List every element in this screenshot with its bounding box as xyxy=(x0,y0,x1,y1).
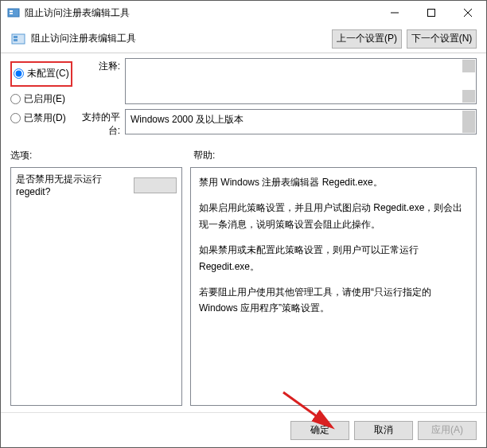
scroll-down-icon[interactable] xyxy=(462,90,475,103)
maximize-icon xyxy=(427,9,435,17)
maximize-button[interactable] xyxy=(413,1,450,25)
comment-label: 注释: xyxy=(80,58,125,104)
platform-row: 支持的平台: Windows 2000 及以上版本 xyxy=(80,109,477,138)
svg-rect-4 xyxy=(428,10,435,17)
svg-rect-8 xyxy=(14,36,18,38)
policy-icon xyxy=(10,31,26,47)
svg-rect-2 xyxy=(10,13,13,14)
help-panel: 禁用 Windows 注册表编辑器 Regedit.exe。 如果启用此策略设置… xyxy=(190,167,477,406)
window-controls xyxy=(376,1,486,25)
comment-input[interactable] xyxy=(125,58,477,104)
scroll-up-icon[interactable] xyxy=(462,60,475,72)
option-row: 是否禁用无提示运行 regedit? xyxy=(16,173,177,197)
highlight-not-configured: 未配置(C) xyxy=(10,61,72,87)
config-area: 未配置(C) 已启用(E) 已禁用(D) 注释: xyxy=(1,53,486,146)
platform-value: Windows 2000 及以上版本 xyxy=(131,113,243,127)
policy-title: 阻止访问注册表编辑工具 xyxy=(31,32,332,45)
subheader: 阻止访问注册表编辑工具 上一个设置(P) 下一个设置(N) xyxy=(1,25,486,53)
help-paragraph: 禁用 Windows 注册表编辑器 Regedit.exe。 xyxy=(199,174,468,190)
minimize-button[interactable] xyxy=(376,1,413,25)
app-icon xyxy=(7,6,20,19)
options-panel: 是否禁用无提示运行 regedit? xyxy=(10,167,182,406)
radio-not-configured-input[interactable] xyxy=(14,68,24,79)
help-paragraph: 若要阻止用户使用其他管理工具，请使用“只运行指定的 Windows 应用程序”策… xyxy=(199,284,468,317)
minimize-icon xyxy=(391,9,399,17)
close-icon xyxy=(464,9,472,17)
help-header: 帮助: xyxy=(185,149,477,162)
ok-button[interactable]: 确定 xyxy=(290,421,349,440)
policy-editor-window: 阻止访问注册表编辑工具 阻止访问注册表编辑工具 上一个设置(P) 下一个设置(N… xyxy=(0,0,487,448)
help-paragraph: 如果启用此策略设置，并且用户试图启动 Regedit.exe，则会出现一条消息，… xyxy=(199,200,468,232)
option-prompt-label: 是否禁用无提示运行 regedit? xyxy=(16,173,131,197)
next-setting-button[interactable]: 下一个设置(N) xyxy=(407,29,477,49)
fields-column: 注释: 支持的平台: Windows 2000 及以上版本 xyxy=(80,58,477,142)
radio-enabled-label: 已启用(E) xyxy=(24,92,65,106)
apply-button[interactable]: 应用(A) xyxy=(418,421,477,440)
radio-not-configured[interactable]: 未配置(C) xyxy=(14,64,69,82)
cancel-button[interactable]: 取消 xyxy=(354,421,413,440)
radio-disabled[interactable]: 已禁用(D) xyxy=(10,109,72,127)
scroll-down-icon[interactable] xyxy=(462,120,475,133)
platform-box: Windows 2000 及以上版本 xyxy=(125,109,477,134)
option-dropdown[interactable] xyxy=(134,177,177,193)
footer: 确定 取消 应用(A) xyxy=(1,412,486,447)
radio-enabled[interactable]: 已启用(E) xyxy=(10,90,72,107)
radio-column: 未配置(C) 已启用(E) 已禁用(D) xyxy=(10,58,72,142)
platform-label: 支持的平台: xyxy=(80,109,125,138)
nav-buttons: 上一个设置(P) 下一个设置(N) xyxy=(332,29,477,49)
columns-header: 选项: 帮助: xyxy=(1,146,486,167)
titlebar: 阻止访问注册表编辑工具 xyxy=(1,1,486,25)
svg-rect-1 xyxy=(10,10,13,12)
comment-row: 注释: xyxy=(80,58,477,104)
window-title: 阻止访问注册表编辑工具 xyxy=(25,6,376,20)
radio-disabled-input[interactable] xyxy=(10,113,21,123)
close-button[interactable] xyxy=(450,1,486,25)
radio-not-configured-label: 未配置(C) xyxy=(27,67,69,80)
help-paragraph: 如果禁用或未配置此策略设置，则用户可以正常运行 Regedit.exe。 xyxy=(199,242,468,275)
prev-setting-button[interactable]: 上一个设置(P) xyxy=(332,29,402,49)
options-header: 选项: xyxy=(10,149,185,162)
radio-disabled-label: 已禁用(D) xyxy=(24,111,66,125)
columns-body: 是否禁用无提示运行 regedit? 禁用 Windows 注册表编辑器 Reg… xyxy=(1,167,486,412)
svg-rect-9 xyxy=(14,39,18,41)
radio-enabled-input[interactable] xyxy=(10,94,21,104)
